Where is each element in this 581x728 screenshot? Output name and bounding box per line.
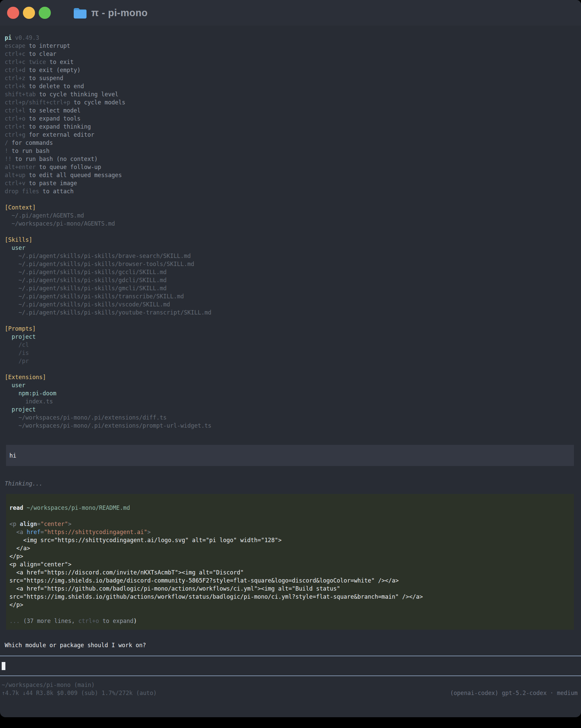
- prompts-list: project /cl /is /pr: [5, 333, 576, 365]
- terminal-content: pi v0.49.3 escape to interruptctrl+c to …: [0, 26, 581, 649]
- terminal-line: </p>: [9, 601, 574, 609]
- terminal-line: ctrl+k to delete to end: [5, 82, 576, 90]
- terminal-line: /cl: [5, 341, 576, 349]
- terminal-line: / for commands: [5, 139, 576, 147]
- terminal-line: ctrl+v to paste image: [5, 179, 576, 187]
- terminal-line: </a>: [9, 544, 574, 552]
- extensions-section: [Extensions] user npm:pi-doom index.ts p…: [5, 373, 576, 430]
- thinking-indicator: Thinking...: [5, 479, 576, 488]
- terminal-line: <a href="https://discord.com/invite/nKXT…: [9, 568, 574, 576]
- terminal-line: ctrl+g for external editor: [5, 131, 576, 139]
- terminal-line: <a href="https://github.com/badlogic/pi-…: [9, 584, 574, 593]
- terminal-line: user: [5, 244, 576, 252]
- tool-argument: ~/workspaces/pi-mono/README.md: [27, 504, 130, 511]
- titlebar: π - pi-mono: [0, 0, 581, 26]
- stats-status-row: ↑4.7k ↓44 R3.8k $0.009 (sub) 1.7%/272k (…: [2, 689, 578, 697]
- terminal-line: user: [5, 381, 576, 389]
- terminal-window: π - pi-mono pi v0.49.3 escape to interru…: [0, 0, 581, 717]
- terminal-line: <p align="center">: [9, 560, 574, 568]
- terminal-line: <a href="https://shittycodingagent.ai">: [9, 528, 574, 536]
- terminal-line: <img src="https://shittycodingagent.ai/l…: [9, 536, 574, 544]
- context-section: [Context] ~/.pi/agent/AGENTS.md ~/worksp…: [5, 203, 576, 228]
- prompts-section: [Prompts] project /cl /is /pr: [5, 324, 576, 365]
- app-version-line: pi v0.49.3: [5, 34, 576, 42]
- terminal-line: project: [5, 406, 576, 414]
- tool-output-truncation-note: ... (37 more lines, ctrl+o to expand): [9, 617, 574, 625]
- terminal-line: ~/workspaces/pi-mono/AGENTS.md: [5, 219, 576, 228]
- terminal-line: ~/workspaces/pi-mono/.pi/extensions/prom…: [5, 422, 576, 430]
- traffic-lights: [7, 7, 51, 19]
- terminal-line: ... (37 more lines, ctrl+o to expand): [9, 617, 574, 625]
- terminal-line: ~/.pi/agent/AGENTS.md: [5, 211, 576, 219]
- terminal-line: !! to run bash (no context): [5, 155, 576, 163]
- window-title: π - pi-mono: [91, 7, 148, 19]
- tool-call-block: read ~/workspaces/pi-mono/README.md <p a…: [6, 494, 574, 630]
- terminal-line: ctrl+o to expand tools: [5, 114, 576, 123]
- folder-icon: [73, 7, 86, 19]
- terminal-line: ~/.pi/agent/skills/pi-skills/vscode/SKIL…: [5, 301, 576, 308]
- terminal-line: </p>: [9, 552, 574, 560]
- skills-file-list: user ~/.pi/agent/skills/pi-skills/brave-…: [5, 244, 576, 316]
- text-cursor: [2, 662, 5, 670]
- tool-output: <p align="center"> <a href="https://shit…: [9, 520, 574, 609]
- terminal-line: <p align="center">: [9, 520, 574, 528]
- terminal-line: ctrl+p/shift+ctrl+p to cycle models: [5, 98, 576, 106]
- user-message-panel: hi: [6, 445, 574, 466]
- assistant-message: Which module or package should I work on…: [5, 641, 576, 649]
- maximize-button[interactable]: [39, 7, 51, 19]
- shortcut-help-list: escape to interruptctrl+c to clearctrl+c…: [5, 42, 576, 195]
- terminal-line: alt+up to edit all queued messages: [5, 171, 576, 179]
- close-button[interactable]: [7, 7, 19, 19]
- terminal-line: ctrl+c to clear: [5, 50, 576, 58]
- terminal-line: ~/.pi/agent/skills/pi-skills/gmcli/SKILL…: [5, 284, 576, 292]
- terminal-line: alt+enter to queue follow-up: [5, 163, 576, 171]
- tool-call-header: read ~/workspaces/pi-mono/README.md: [9, 504, 574, 512]
- context-file-list: ~/.pi/agent/AGENTS.md ~/workspaces/pi-mo…: [5, 211, 576, 228]
- skills-section: [Skills] user ~/.pi/agent/skills/pi-skil…: [5, 236, 576, 316]
- status-bar: ~/workspaces/pi-mono (main) ↑4.7k ↓44 R3…: [0, 676, 581, 697]
- minimize-button[interactable]: [23, 7, 35, 19]
- terminal-line: ctrl+t to expand thinking: [5, 123, 576, 131]
- app-version: v0.49.3: [15, 34, 39, 41]
- terminal-line: ctrl+c twice to exit: [5, 58, 576, 66]
- terminal-line: src="https://img.shields.io/github/actio…: [9, 593, 574, 601]
- terminal-line: ctrl+l to select model: [5, 106, 576, 114]
- context-heading: [Context]: [5, 203, 576, 211]
- cwd-status: ~/workspaces/pi-mono (main): [2, 681, 578, 689]
- terminal-line: ~/.pi/agent/skills/pi-skills/gdcli/SKILL…: [5, 276, 576, 284]
- terminal-line: project: [5, 333, 576, 341]
- terminal-line: ~/.pi/agent/skills/pi-skills/youtube-tra…: [5, 308, 576, 316]
- terminal-line: shift+tab to cycle thinking level: [5, 90, 576, 98]
- terminal-line: ~/workspaces/pi-mono/.pi/extensions/diff…: [5, 414, 576, 422]
- terminal-line: ~/.pi/agent/skills/pi-skills/gccli/SKILL…: [5, 268, 576, 276]
- terminal-line: ctrl+d to exit (empty): [5, 66, 576, 74]
- terminal-line: ~/.pi/agent/skills/pi-skills/browser-too…: [5, 260, 576, 268]
- prompts-heading: [Prompts]: [5, 324, 576, 333]
- terminal-line: escape to interrupt: [5, 42, 576, 50]
- app-name: pi: [5, 34, 11, 41]
- model-indicator: (openai-codex) gpt-5.2-codex · medium: [450, 689, 578, 697]
- extensions-heading: [Extensions]: [5, 373, 576, 381]
- terminal-line: ctrl+z to suspend: [5, 74, 576, 82]
- terminal-line: ~/.pi/agent/skills/pi-skills/brave-searc…: [5, 252, 576, 260]
- terminal-line: /pr: [5, 357, 576, 365]
- terminal-line: npm:pi-doom: [5, 389, 576, 397]
- token-cost-stats: ↑4.7k ↓44 R3.8k $0.009 (sub) 1.7%/272k (…: [2, 689, 157, 697]
- terminal-line: src="https://img.shields.io/badge/discor…: [9, 576, 574, 584]
- terminal-line: ! to run bash: [5, 147, 576, 155]
- terminal-line: index.ts: [5, 397, 576, 406]
- skills-heading: [Skills]: [5, 236, 576, 244]
- terminal-line: drop files to attach: [5, 187, 576, 195]
- tool-name: read: [9, 504, 23, 511]
- extensions-list: user npm:pi-doom index.ts project ~/work…: [5, 381, 576, 430]
- terminal-line: /is: [5, 349, 576, 357]
- prompt-input[interactable]: [0, 656, 581, 676]
- terminal-line: ~/.pi/agent/skills/pi-skills/transcribe/…: [5, 292, 576, 301]
